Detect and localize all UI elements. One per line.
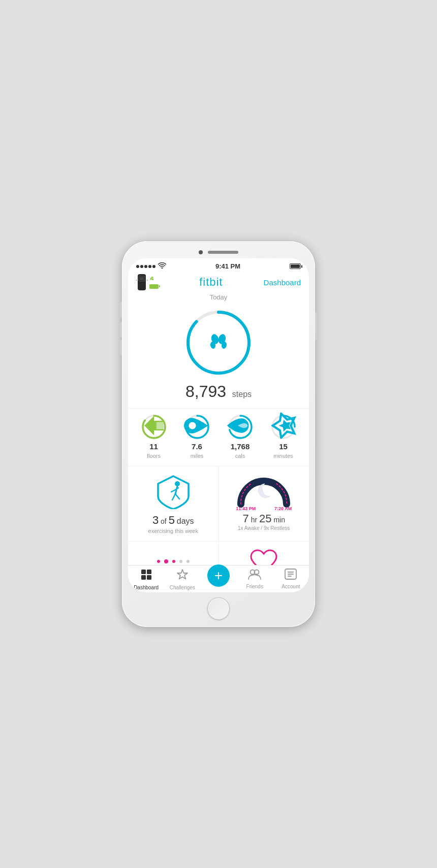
activity-sub: exercising this week — [148, 528, 198, 534]
stat-miles[interactable]: 7.6 miles — [184, 414, 210, 459]
edit-button[interactable]: Dashboard — [264, 278, 301, 287]
tab-bar: Dashboard Challenges + — [128, 565, 309, 592]
activity-sleep-row: 3 of 5 days exercising this week — [128, 466, 309, 542]
main-content: 8,793 steps — [128, 302, 309, 565]
sleep-start-time: 11:43 PM — [236, 506, 256, 511]
floors-value: 11 — [149, 442, 158, 451]
device-info — [136, 274, 159, 290]
tab-dashboard-label: Dashboard — [134, 585, 159, 590]
add-button[interactable]: + — [207, 564, 230, 587]
stat-cals[interactable]: 1,768 cals — [227, 414, 254, 459]
steps-number: 8,793 — [185, 382, 226, 400]
sleep-hr-label: hr — [251, 516, 259, 524]
dot-3 — [172, 560, 175, 563]
svg-rect-31 — [147, 575, 151, 580]
miles-circle — [184, 414, 210, 440]
wifi-icon — [158, 262, 166, 270]
activity-panel[interactable]: 3 of 5 days exercising this week — [128, 466, 219, 541]
svg-rect-30 — [141, 575, 146, 580]
heart-panel[interactable] — [219, 542, 309, 565]
app-header: fitbit Dashboard — [128, 272, 309, 292]
sleep-panel[interactable]: 11:43 PM 7:20 AM 7 hr 25 min 1x Awake / … — [219, 466, 309, 541]
tab-account-label: Account — [282, 584, 300, 589]
signal-dot-4 — [148, 265, 151, 268]
front-camera — [199, 250, 203, 254]
today-label: Today — [128, 292, 309, 302]
signal-dot-2 — [140, 265, 143, 268]
sleep-minutes: 25 — [259, 512, 271, 525]
stat-floors[interactable]: 11 floors — [141, 414, 167, 459]
miles-icon — [184, 413, 210, 442]
steps-circle — [183, 307, 254, 378]
heart-icon — [248, 549, 279, 565]
fitbit-band-icon — [136, 274, 147, 290]
sync-icon — [149, 276, 159, 283]
floors-icon — [141, 413, 167, 442]
svg-rect-28 — [141, 570, 146, 574]
tab-add[interactable]: + — [200, 569, 236, 590]
cals-label: cals — [235, 453, 245, 459]
sleep-end-time: 7:20 AM — [274, 506, 292, 511]
sleep-gauge: 11:43 PM 7:20 AM — [236, 474, 292, 508]
status-time: 9:41 PM — [215, 262, 240, 270]
svg-rect-29 — [147, 570, 151, 574]
floors-label: floors — [147, 453, 161, 459]
steps-unit: steps — [232, 390, 252, 398]
activity-goal: 5 — [169, 514, 175, 526]
sleep-text: 7 hr 25 min 1x Awake / 9x Restless — [238, 512, 290, 531]
tab-challenges-label: Challenges — [170, 585, 195, 590]
tab-friends[interactable]: Friends — [237, 569, 273, 590]
battery-icon — [290, 263, 301, 269]
friends-icon — [248, 569, 261, 582]
pagination-dots — [157, 559, 190, 563]
activity-current: 3 — [152, 514, 159, 526]
phone-top-bar — [128, 247, 309, 258]
bottom-row — [128, 542, 309, 565]
svg-point-5 — [152, 279, 153, 280]
activity-label1: days — [177, 517, 194, 525]
speaker-grille — [208, 251, 238, 254]
dot-1 — [157, 560, 160, 563]
floors-circle — [141, 414, 167, 440]
challenges-icon — [176, 569, 189, 583]
tab-dashboard[interactable]: Dashboard — [128, 569, 164, 590]
dot-4 — [179, 560, 182, 563]
sleep-sub: 1x Awake / 9x Restless — [238, 525, 290, 531]
dot-2 — [164, 559, 168, 563]
stats-row: 11 floors — [128, 409, 309, 466]
tab-challenges[interactable]: Challenges — [164, 569, 200, 590]
svg-line-26 — [171, 490, 175, 492]
device-battery-icon — [149, 284, 159, 289]
status-right — [290, 263, 301, 269]
signal-dot-1 — [136, 265, 139, 268]
status-bar: 9:41 PM — [128, 258, 309, 272]
app-title: fitbit — [199, 276, 223, 289]
miles-value: 7.6 — [192, 442, 202, 451]
svg-point-22 — [175, 481, 180, 486]
steps-count: 8,793 steps — [185, 382, 252, 401]
activity-of: of — [161, 517, 169, 525]
sleep-min-label: min — [273, 516, 285, 524]
tab-account[interactable]: Account — [273, 569, 309, 590]
phone-screen: 9:41 PM — [128, 258, 309, 592]
signal-dots — [136, 265, 155, 268]
minutes-label: minutes — [273, 453, 293, 459]
svg-rect-2 — [140, 277, 144, 280]
dot-5 — [186, 560, 190, 563]
minutes-circle — [270, 414, 297, 440]
signal-dot-5 — [152, 265, 155, 268]
svg-line-25 — [175, 494, 179, 499]
steps-section[interactable]: 8,793 steps — [128, 302, 309, 409]
minutes-value: 15 — [279, 442, 288, 451]
exercise-icon — [153, 474, 194, 509]
battery-fill — [291, 264, 300, 268]
sleep-hours: 7 — [243, 512, 249, 525]
signal-dot-3 — [144, 265, 147, 268]
dots-panel — [128, 542, 219, 565]
steps-icon — [206, 329, 231, 356]
stat-minutes[interactable]: 15 minutes — [270, 414, 297, 459]
home-button[interactable] — [207, 597, 230, 620]
phone-bottom — [128, 592, 309, 623]
activity-main: 3 of 5 days — [148, 513, 198, 528]
svg-line-27 — [175, 488, 178, 490]
